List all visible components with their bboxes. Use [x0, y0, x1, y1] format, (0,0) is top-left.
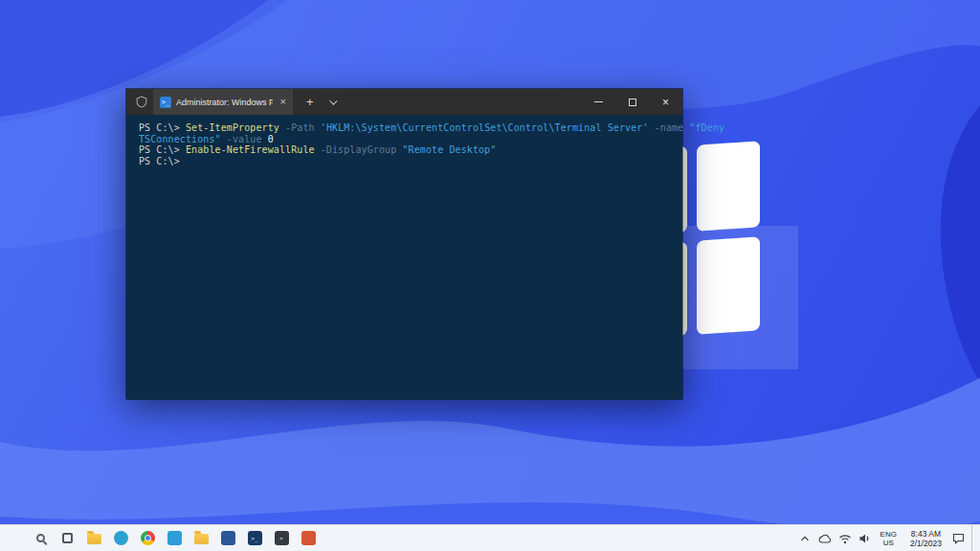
file-explorer-icon-glyph: [87, 534, 101, 544]
start-button-glyph: [7, 532, 20, 545]
powershell-tab-icon: >_: [160, 97, 171, 108]
close-button[interactable]: ×: [649, 89, 682, 115]
terminal-icon-text: >: [279, 535, 283, 541]
powershell-icon-glyph: >_: [248, 531, 262, 545]
terminal-text-segment: PS C:\>: [139, 144, 186, 155]
terminal-line: PS C:\> Set-ItemProperty -Path 'HKLM:\Sy…: [139, 122, 673, 134]
vscode-icon[interactable]: [161, 525, 188, 551]
taskbar: >_> ENG US 8:43 AM 2/1/2023: [0, 524, 980, 551]
terminal-text-segment: PS C:\>: [139, 156, 180, 166]
action-center-button[interactable]: [952, 525, 965, 551]
window-controls: ×: [582, 89, 682, 115]
vscode-icon-glyph: [167, 531, 182, 545]
language-line1: ENG: [880, 530, 897, 539]
taskview-button-glyph: [62, 533, 73, 543]
clock-date: 2/1/2023: [910, 539, 942, 548]
terminal-text-segment: -Path: [285, 122, 321, 133]
maximize-button[interactable]: [615, 89, 649, 115]
desktop: >_ Administrator: Windows Powe × + × PS: [0, 0, 980, 551]
language-indicator[interactable]: ENG US: [878, 530, 900, 547]
close-icon: ×: [662, 97, 669, 108]
windows-logo-pane: [697, 141, 760, 231]
terminal-text-segment: 'HKLM:\System\CurrentControlSet\Control\…: [321, 122, 655, 133]
terminal-titlebar[interactable]: >_ Administrator: Windows Powe × + ×: [126, 89, 682, 115]
terminal-line: TSConnections" -value 0: [139, 134, 673, 145]
volume-icon[interactable]: [858, 525, 871, 551]
terminal-text-segment: 0: [268, 134, 274, 144]
word-icon-glyph: [221, 531, 235, 545]
edge-icon-glyph: [114, 531, 128, 545]
terminal-icon[interactable]: >: [268, 525, 295, 551]
terminal-text-segment: "Remote Desktop": [402, 144, 496, 155]
powershell-icon-text: >_: [251, 535, 257, 541]
powershell-icon[interactable]: >_: [241, 525, 268, 551]
chrome-icon-glyph: [141, 531, 155, 545]
start-button[interactable]: [0, 525, 27, 551]
tab-close-button[interactable]: ×: [278, 97, 289, 107]
onedrive-cloud-icon[interactable]: [817, 525, 832, 551]
taskview-button[interactable]: [54, 525, 80, 551]
file-explorer-icon[interactable]: [80, 525, 107, 551]
minimize-button[interactable]: [582, 89, 615, 115]
search-button[interactable]: [27, 525, 54, 551]
new-tab-button[interactable]: +: [302, 96, 318, 108]
network-wifi-icon[interactable]: [838, 525, 852, 551]
terminal-window: >_ Administrator: Windows Powe × + × PS: [125, 88, 683, 399]
minimize-icon: [594, 101, 603, 102]
folder-icon-glyph: [194, 534, 209, 544]
clock-time: 8:43 AM: [910, 529, 942, 539]
terminal-body[interactable]: PS C:\> Set-ItemProperty -Path 'HKLM:\Sy…: [126, 115, 682, 400]
terminal-text-segment: PS C:\>: [139, 122, 186, 133]
terminal-text-segment: -value: [227, 134, 268, 144]
tab-title: Administrator: Windows Powe: [176, 98, 273, 107]
terminal-text-segment: TSConnections": [139, 134, 227, 144]
maximize-icon: [629, 99, 636, 106]
word-icon[interactable]: [214, 525, 241, 551]
admin-shield-icon: [136, 96, 147, 108]
tab-admin-powershell[interactable]: >_ Administrator: Windows Powe ×: [153, 89, 293, 115]
edge-icon[interactable]: [107, 525, 134, 551]
system-tray: ENG US 8:43 AM 2/1/2023: [799, 525, 980, 551]
terminal-text-segment: -DisplayGroup: [321, 144, 403, 155]
office-icon[interactable]: [295, 525, 322, 551]
show-desktop-button[interactable]: [971, 525, 975, 551]
taskbar-icons: >_>: [0, 525, 322, 551]
office-icon-glyph: [301, 531, 316, 545]
hidden-icons-button[interactable]: [799, 525, 811, 551]
terminal-line: PS C:\>: [139, 156, 673, 167]
terminal-text-segment: "fDeny: [689, 122, 724, 133]
clock[interactable]: 8:43 AM 2/1/2023: [906, 529, 946, 548]
chevron-down-icon: [329, 97, 337, 104]
windows-logo-pane: [697, 236, 760, 335]
search-button-glyph: [36, 534, 45, 542]
language-line2: US: [880, 539, 897, 547]
terminal-icon-glyph: >: [275, 531, 289, 545]
chrome-icon[interactable]: [134, 525, 161, 551]
tab-dropdown-button[interactable]: [325, 96, 339, 109]
terminal-line: PS C:\> Enable-NetFirewallRule -DisplayG…: [139, 144, 673, 156]
terminal-text-segment: Enable-NetFirewallRule: [186, 144, 321, 155]
folder-icon[interactable]: [188, 525, 214, 551]
terminal-text-segment: Set-ItemProperty: [186, 122, 285, 133]
terminal-text-segment: -name: [655, 122, 690, 133]
